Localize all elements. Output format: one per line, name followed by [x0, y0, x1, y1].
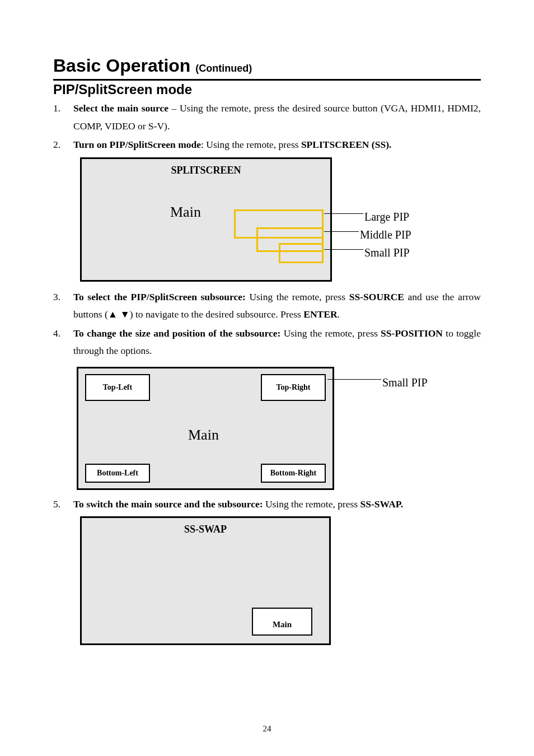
- label-middle-pip: Middle PIP: [360, 225, 411, 245]
- corner-top-right: Top-Right: [261, 374, 326, 401]
- step-5-lead: To switch the main source and the subsou…: [73, 498, 263, 510]
- diagram-splitscreen-row: SPLITSCREEN Main Large PIP Middle PIP Sm…: [73, 157, 481, 287]
- corner-bottom-right: Bottom-Right: [261, 464, 326, 483]
- label-small-pip: Small PIP: [364, 242, 410, 263]
- splitscreen-labels: Large PIP Middle PIP Small PIP: [332, 157, 472, 287]
- ssswap-main-box: Main: [252, 608, 312, 636]
- leader-line-middle: [324, 231, 359, 232]
- splitscreen-title: SPLITSCREEN: [82, 161, 330, 179]
- step-4-text1: Using the remote, press: [280, 328, 381, 339]
- step-5: To switch the main source and the subsou…: [53, 496, 481, 646]
- step-2-bold2: SPLITSCREEN (SS).: [301, 139, 391, 150]
- step-3-text1: Using the remote, press: [246, 291, 349, 302]
- step-3-bold3: ENTER: [303, 309, 337, 320]
- step-3-bold2: SS-SOURCE: [349, 291, 404, 302]
- step-3-text3: .: [338, 309, 340, 320]
- step-5-text1: Using the remote, press: [263, 498, 360, 510]
- corner-top-left: Top-Left: [85, 374, 150, 401]
- heading-title: Basic Operation: [53, 55, 195, 76]
- label-large-pip: Large PIP: [364, 207, 409, 227]
- position-main-label: Main: [188, 422, 219, 449]
- step-3: To select the PIP/SplitScreen subsource:…: [53, 288, 481, 324]
- section-title: PIP/SplitScreen mode: [53, 82, 481, 97]
- ssswap-title: SS-SWAP: [82, 520, 329, 538]
- step-3-lead: To select the PIP/SplitScreen subsource:: [73, 291, 246, 302]
- step-2-lead: Turn on PIP/SplitScreen mode: [73, 139, 201, 150]
- step-2: Turn on PIP/SplitScreen mode: Using the …: [53, 136, 481, 287]
- step-1: Select the main source – Using the remot…: [53, 100, 481, 135]
- step-2-text1: : Using the remote, press: [201, 139, 301, 150]
- splitscreen-main-label: Main: [170, 199, 201, 226]
- diagram-position-row: Top-Left Top-Right Bottom-Left Bottom-Ri…: [73, 363, 481, 494]
- step-4: To change the size and position of the s…: [53, 325, 481, 494]
- step-4-bold2: SS-POSITION: [381, 328, 443, 339]
- ssswap-diagram: SS-SWAP Main: [80, 516, 331, 645]
- position-labels: Small PIP: [334, 363, 474, 494]
- position-diagram: Top-Left Top-Right Bottom-Left Bottom-Ri…: [77, 367, 334, 490]
- heading-continued: (Continued): [195, 63, 252, 74]
- label-small-pip2: Small PIP: [382, 372, 428, 393]
- page-heading: Basic Operation (Continued): [53, 56, 481, 76]
- pip-small-box: [279, 243, 324, 263]
- page-number: 24: [0, 724, 534, 734]
- corner-bottom-left: Bottom-Left: [85, 464, 150, 483]
- leader-line-small-pip2: [327, 379, 381, 380]
- step-5-bold2: SS-SWAP.: [360, 498, 404, 510]
- leader-line-large: [324, 213, 363, 214]
- heading-rule: [53, 79, 481, 81]
- step-1-lead: Select the main source: [73, 102, 168, 114]
- leader-line-small: [324, 249, 363, 250]
- splitscreen-diagram: SPLITSCREEN Main: [80, 157, 332, 282]
- step-4-lead: To change the size and position of the s…: [73, 328, 280, 339]
